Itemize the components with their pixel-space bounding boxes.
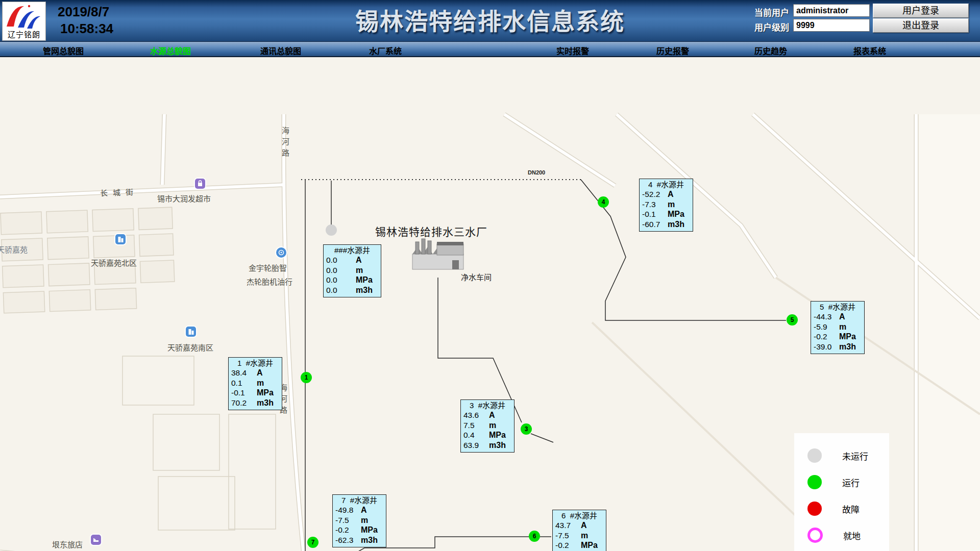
nav-item-communication-overview[interactable]: 通讯总貌图 — [260, 44, 301, 57]
well-value: 43.6 — [463, 410, 489, 420]
user-level-field[interactable] — [793, 19, 870, 32]
well-unit: m3h — [839, 342, 862, 352]
status-dot-running — [807, 475, 822, 489]
poi-label-yindong-hotel: 垠东旅店 — [52, 539, 83, 549]
well-value: -7.3 — [642, 199, 668, 210]
well-unit: m — [489, 420, 511, 431]
nav-item-water-source-overview[interactable]: 水源总貌图 — [150, 44, 191, 57]
well-value: -49.8 — [335, 505, 361, 515]
well-data-box-3: 3 #水源井 43.6A 7.5m 0.4MPa 63.9m3h — [460, 399, 514, 453]
well-value: -52.2 — [642, 189, 668, 199]
well-unit: MPa — [581, 540, 603, 550]
nav-item-pipe-network-overview[interactable]: 管网总貌图 — [43, 44, 84, 57]
well-value: -0.2 — [335, 525, 361, 535]
well-value: 70.2 — [231, 398, 257, 408]
legend-row: 就地 — [807, 522, 889, 548]
poi-label-tianjiao-south: 天骄嘉苑南区 — [167, 342, 213, 353]
legend-label: 运行 — [842, 476, 860, 489]
well-unit: m — [839, 322, 862, 332]
nav-item-water-plant-system[interactable]: 水厂系统 — [369, 44, 402, 57]
legend-row: 运行 — [807, 469, 889, 495]
app-window: 海河路 海河路 长城街 那达慕大街 锡林浩特烈士陵园 锡市大润发超市 天骄嘉苑 … — [0, 0, 980, 551]
legend-label: 就地 — [843, 529, 861, 542]
factory-icon — [412, 239, 463, 269]
well-unit: m3h — [356, 285, 378, 295]
poi-label-jinyu-line2: 杰轮胎机油行 — [247, 276, 292, 287]
well-unit: A — [668, 189, 690, 199]
building-icon — [115, 234, 126, 244]
well-marker-7[interactable]: 7 — [307, 537, 318, 548]
well-unit: MPa — [361, 525, 383, 535]
datetime-display: 2019/8/7 10:58:34 — [58, 4, 113, 37]
main-nav-bar: 管网总貌图 水源总貌图 通讯总貌图 水厂系统 实时报警 历史报警 历史趋势 报表… — [0, 42, 980, 57]
logo-swoosh-icon — [3, 2, 45, 31]
well-value: 0.0 — [326, 285, 356, 295]
company-logo: 辽宁铭朗 — [2, 2, 46, 41]
well-value: -0.1 — [642, 209, 668, 219]
nav-item-history-alarms[interactable]: 历史报警 — [656, 44, 689, 57]
well-data-box-6: 6 #水源井 43.7A -7.5m -0.2MPa 84.4m3h — [552, 510, 606, 551]
status-dot-stopped — [807, 448, 822, 463]
plant-room-label: 净水车间 — [461, 271, 492, 282]
well-unit: MPa — [356, 275, 378, 285]
well-unit: A — [356, 255, 378, 265]
nav-item-realtime-alarms[interactable]: 实时报警 — [556, 44, 589, 57]
well-value: 7.5 — [463, 420, 489, 431]
well-unit: A — [489, 410, 511, 420]
well-marker-5[interactable]: 5 — [787, 314, 798, 325]
well-value: 0.1 — [231, 378, 257, 388]
poi-label-jinyu-line1: 金宇轮胎智 — [249, 262, 287, 273]
pipe-diameter-label: DN200 — [528, 169, 545, 176]
date-display: 2019/8/7 — [58, 4, 113, 20]
well-value: 0.0 — [326, 265, 356, 276]
well-unit: m3h — [489, 440, 511, 450]
status-legend: 未运行 运行 故障 就地 — [794, 433, 889, 551]
well-unit: m — [668, 199, 690, 210]
well-data-box-7: 7 #水源井 -49.8A -7.5m -0.2MPa -62.3m3h — [332, 494, 386, 547]
well-value: -7.5 — [335, 515, 361, 525]
login-button[interactable]: 用户登录 — [873, 4, 969, 18]
well-value: 0.0 — [326, 255, 356, 265]
page-title: 锡林浩特给排水信息系统 — [355, 3, 625, 36]
legend-row: 故障 — [807, 495, 889, 522]
well-box-title: 7 #水源井 — [335, 496, 383, 505]
well-unit: m — [581, 531, 603, 541]
user-level-label: 用户级别 — [750, 20, 789, 33]
well-box-title: 6 #水源井 — [555, 511, 603, 520]
well-unit: MPa — [489, 430, 511, 440]
well-unit: A — [581, 520, 603, 531]
logo-text: 辽宁铭朗 — [3, 29, 45, 39]
status-dot-fault — [807, 502, 822, 516]
time-display: 10:58:34 — [58, 20, 113, 37]
well-unit: m — [257, 378, 279, 388]
tire-shop-icon — [276, 247, 286, 258]
poi-label-tianjiao-north: 天骄嘉苑北区 — [91, 257, 137, 268]
well-data-box-5: 5 #水源井 -44.3A -5.9m -0.2MPa -39.0m3h — [811, 301, 865, 354]
title-bar: 辽宁铭朗 2019/8/7 10:58:34 锡林浩特给排水信息系统 当前用户 … — [0, 0, 980, 42]
nav-item-report-system[interactable]: 报表系统 — [853, 44, 886, 57]
well-value: -5.9 — [814, 322, 839, 332]
legend-label: 未运行 — [842, 449, 868, 462]
well-unit: MPa — [668, 209, 690, 219]
well-unit: m — [356, 265, 378, 276]
well-value: -0.2 — [555, 540, 581, 550]
well-marker-3[interactable]: 3 — [521, 423, 532, 435]
well-value: 63.9 — [463, 440, 489, 450]
map-canvas[interactable]: 海河路 海河路 长城街 那达慕大街 锡林浩特烈士陵园 锡市大润发超市 天骄嘉苑 … — [0, 57, 980, 551]
poi-label-darunfa: 锡市大润发超市 — [157, 193, 211, 204]
legend-label: 故障 — [842, 503, 860, 515]
nav-item-history-trends[interactable]: 历史趋势 — [754, 44, 787, 57]
well-value: -7.5 — [555, 531, 581, 541]
well-marker-1[interactable]: 1 — [301, 372, 312, 383]
well-value: -62.3 — [335, 535, 361, 545]
well-unit: A — [257, 368, 279, 378]
logout-button[interactable]: 退出登录 — [873, 18, 969, 33]
street-label-changcheng: 长城街 — [100, 186, 139, 198]
current-user-field[interactable] — [793, 4, 870, 17]
well-marker-6[interactable]: 6 — [529, 531, 540, 542]
well-box-title: ###水源井 — [326, 246, 378, 255]
well-marker-stopped[interactable] — [326, 224, 337, 236]
area-label-tianjiao: 天骄嘉苑 — [0, 244, 28, 255]
well-value: 0.0 — [326, 275, 356, 285]
well-marker-4[interactable]: 4 — [598, 196, 609, 208]
